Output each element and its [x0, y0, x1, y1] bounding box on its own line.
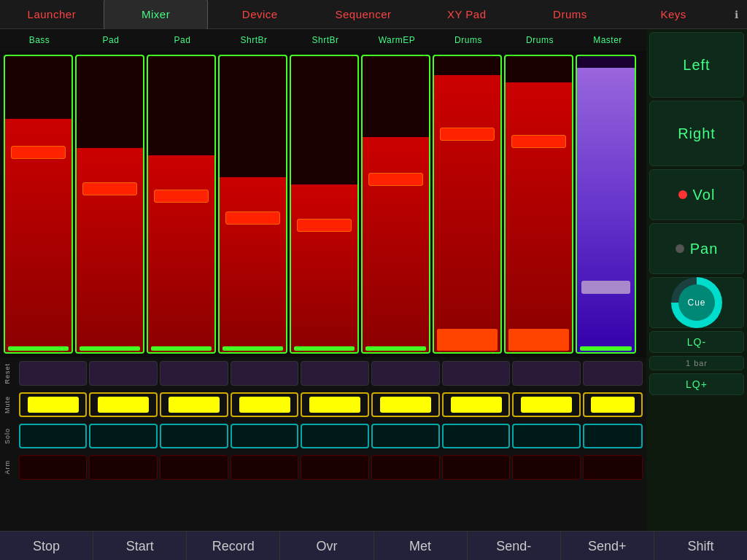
mute-btn-6[interactable] [442, 392, 511, 417]
main-area: Bass Pad Pad ShrtBr ShrtBr WarmEP Drums … [0, 29, 747, 531]
right-panel: Left Right Vol Pan Cue LQ- 1 bar LQ+ [646, 29, 747, 531]
ch-label-5: WarmEP [361, 29, 433, 51]
channel-labels: Bass Pad Pad ShrtBr ShrtBr WarmEP Drums … [0, 29, 646, 51]
arm-btn-3[interactable] [231, 455, 299, 480]
mute-btn-1[interactable] [89, 392, 158, 417]
fader-master[interactable] [576, 55, 636, 354]
fader-shrtbr-1[interactable] [218, 55, 287, 354]
reset-btn-1[interactable] [89, 361, 158, 386]
mute-btn-2[interactable] [160, 392, 228, 417]
tab-drums[interactable]: Drums [519, 0, 622, 29]
fader-shrtbr-2[interactable] [290, 55, 359, 354]
arm-row: Arm [4, 453, 643, 482]
stop-button[interactable]: Stop [0, 532, 93, 560]
arm-btn-0[interactable] [19, 455, 88, 480]
fader-pad-2[interactable] [147, 55, 216, 354]
bottom-bar: Stop Start Record Ovr Met Send- Send+ Sh… [0, 531, 747, 560]
send-plus-button[interactable]: Send+ [561, 532, 654, 560]
solo-label: Solo [4, 428, 17, 444]
mute-btn-4[interactable] [301, 392, 369, 417]
ch-label-0: Bass [4, 29, 75, 51]
tab-device[interactable]: Device [208, 0, 311, 29]
solo-btn-6[interactable] [442, 424, 511, 448]
arm-btn-master[interactable] [583, 455, 643, 480]
reset-btn-master[interactable] [583, 361, 643, 386]
reset-btn-6[interactable] [442, 361, 511, 386]
shift-button[interactable]: Shift [654, 532, 747, 560]
fader-drums-2[interactable] [504, 55, 573, 354]
ch-label-3: ShrtBr [218, 29, 290, 51]
mute-btn-master[interactable] [583, 392, 643, 417]
reset-row: Reset [4, 359, 643, 388]
mixer-area: Bass Pad Pad ShrtBr ShrtBr WarmEP Drums … [0, 29, 646, 531]
reset-btn-7[interactable] [512, 361, 581, 386]
lq-plus-button[interactable]: LQ+ [649, 373, 744, 395]
reset-btn-3[interactable] [231, 361, 299, 386]
mute-btn-0[interactable] [19, 392, 88, 417]
ch-label-1: Pad [75, 29, 147, 51]
bar-display: 1 bar [649, 356, 744, 370]
top-navigation: Launcher Mixer Device Sequencer XY Pad D… [0, 0, 747, 29]
fader-pad-1[interactable] [75, 55, 144, 354]
arm-btn-7[interactable] [512, 455, 581, 480]
fader-bass[interactable] [4, 55, 73, 354]
info-icon[interactable]: ℹ [725, 9, 747, 20]
solo-btn-5[interactable] [371, 424, 440, 448]
tab-xypad[interactable]: XY Pad [415, 0, 519, 29]
reset-btn-2[interactable] [160, 361, 228, 386]
fader-warmep[interactable] [361, 55, 430, 354]
cue-knob-inner: Cue [678, 284, 715, 321]
fader-drums-1[interactable] [433, 55, 502, 354]
arm-btn-1[interactable] [89, 455, 158, 480]
cue-knob-area[interactable]: Cue [649, 277, 744, 328]
vol-button[interactable]: Vol [649, 169, 744, 220]
right-button[interactable]: Right [649, 101, 744, 166]
ch-label-7: Drums [504, 29, 576, 51]
lq-minus-button[interactable]: LQ- [649, 331, 744, 353]
mute-btn-5[interactable] [371, 392, 440, 417]
cue-container: Cue [671, 277, 722, 328]
record-button[interactable]: Record [187, 532, 280, 560]
vol-dot [678, 190, 687, 199]
mute-btn-3[interactable] [231, 392, 299, 417]
arm-btn-6[interactable] [442, 455, 511, 480]
solo-btn-7[interactable] [512, 424, 581, 448]
cue-knob[interactable]: Cue [671, 277, 722, 328]
solo-row: Solo [4, 421, 643, 451]
left-button[interactable]: Left [649, 32, 744, 98]
mute-label: Mute [4, 396, 17, 413]
met-button[interactable]: Met [374, 532, 468, 560]
solo-btn-3[interactable] [231, 424, 299, 448]
tab-launcher[interactable]: Launcher [0, 0, 104, 29]
solo-btn-0[interactable] [19, 424, 88, 448]
tab-keys[interactable]: Keys [622, 0, 725, 29]
send-minus-button[interactable]: Send- [468, 532, 561, 560]
reset-label: Reset [4, 363, 17, 384]
ch-label-master: Master [576, 29, 640, 51]
reset-btn-5[interactable] [371, 361, 440, 386]
buttons-area: Reset Mute [0, 357, 646, 483]
tab-mixer[interactable]: Mixer [104, 0, 209, 30]
reset-btn-0[interactable] [19, 361, 88, 386]
tab-sequencer[interactable]: Sequencer [311, 0, 415, 29]
arm-label: Arm [4, 460, 17, 475]
ovr-button[interactable]: Ovr [280, 532, 374, 560]
arm-btn-4[interactable] [301, 455, 369, 480]
faders-area [0, 51, 646, 357]
ch-label-4: ShrtBr [290, 29, 361, 51]
solo-btn-master[interactable] [583, 424, 643, 448]
arm-btn-5[interactable] [371, 455, 440, 480]
mute-row: Mute [4, 390, 643, 419]
reset-btn-4[interactable] [301, 361, 369, 386]
solo-btn-4[interactable] [301, 424, 369, 448]
solo-btn-1[interactable] [89, 424, 158, 448]
pan-dot [676, 244, 684, 253]
solo-btn-2[interactable] [160, 424, 228, 448]
mute-btn-7[interactable] [512, 392, 581, 417]
ch-label-6: Drums [433, 29, 504, 51]
ch-label-2: Pad [147, 29, 218, 51]
arm-btn-2[interactable] [160, 455, 228, 480]
start-button[interactable]: Start [93, 532, 187, 560]
pan-button[interactable]: Pan [649, 223, 744, 274]
